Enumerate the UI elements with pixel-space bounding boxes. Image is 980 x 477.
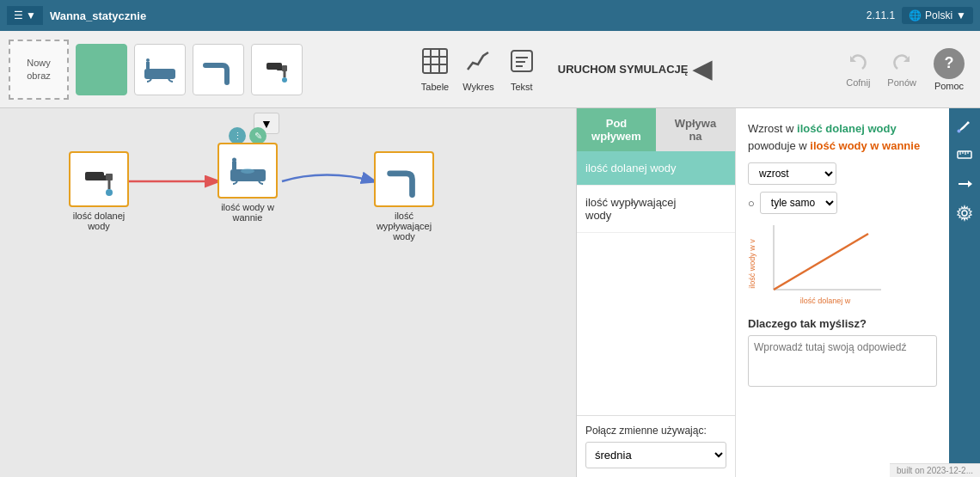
svg-rect-1 bbox=[146, 62, 150, 69]
detail-prefix: Wzrost w bbox=[748, 122, 797, 135]
faucet-toolbar-icon bbox=[260, 52, 294, 87]
faucet-node[interactable]: ilość dolanej wody bbox=[64, 151, 133, 231]
detail-mid: powoduje w bbox=[748, 139, 810, 152]
app-title: Wanna_statycznie bbox=[50, 9, 146, 22]
arrow-icon bbox=[956, 175, 973, 193]
bathtub-toolbar-button[interactable] bbox=[134, 44, 186, 95]
sidebar-brush-button[interactable] bbox=[951, 112, 978, 139]
bathtub-node-icon bbox=[229, 151, 267, 190]
tabele-label: Tabele bbox=[421, 82, 449, 92]
svg-rect-25 bbox=[232, 162, 236, 169]
teal-block-button[interactable] bbox=[76, 44, 127, 95]
drain-node-box bbox=[374, 151, 434, 207]
header-left: ☰ ▼ Wanna_statycznie bbox=[7, 6, 146, 25]
tabele-tool[interactable]: Tabele bbox=[421, 47, 449, 92]
header: ☰ ▼ Wanna_statycznie 2.11.1 🌐 Polski ▼ bbox=[0, 0, 980, 31]
drain-node[interactable]: ilość wypływającej wody bbox=[370, 151, 438, 242]
svg-point-6 bbox=[282, 77, 287, 83]
faucet-node-box bbox=[69, 151, 129, 207]
svg-text:ilość dolanej w: ilość dolanej w bbox=[800, 297, 851, 305]
svg-point-26 bbox=[232, 158, 236, 162]
help-icon: ? bbox=[934, 48, 965, 79]
new-image-label: Nowyobraz bbox=[27, 57, 51, 82]
redo-icon bbox=[890, 52, 914, 76]
footer: built on 2023-12-2... bbox=[890, 463, 980, 477]
var-item-ilosc-wyplywajace-label: ilość wypływającejwody bbox=[585, 196, 676, 222]
faucet-node-icon bbox=[80, 160, 119, 199]
connect-section: Połącz zmienne używając: średnia suma ró… bbox=[577, 415, 735, 477]
svg-point-22 bbox=[106, 189, 113, 196]
bathtub-node[interactable]: ⋮ ✎ ilość wody w wannie bbox=[213, 143, 282, 223]
run-simulation-label: URUCHOM SYMULACJĘ bbox=[558, 63, 689, 76]
why-label: Dlaczego tak myślisz? bbox=[748, 317, 937, 330]
right-sidebar bbox=[949, 108, 980, 477]
sidebar-arrow-button[interactable] bbox=[951, 170, 978, 198]
details-panel: Wzrost w ilość dolanej wody powoduje w i… bbox=[736, 108, 949, 477]
faucet-toolbar-button[interactable] bbox=[251, 44, 303, 95]
redo-button[interactable]: Ponów bbox=[880, 48, 923, 91]
sidebar-settings-button[interactable] bbox=[951, 199, 978, 227]
toolbar: Nowyobraz bbox=[0, 31, 980, 108]
globe-icon: 🌐 bbox=[909, 9, 922, 21]
mini-chart: ilość wody w v ilość dolanej w bbox=[748, 221, 885, 307]
right-panel: Podwpływem Wpływana ilość dolanej wody i… bbox=[576, 108, 980, 477]
connect-label: Połącz zmienne używając: bbox=[585, 425, 726, 437]
build-date: built on 2023-12-2... bbox=[897, 466, 973, 475]
tyle-samo-row: ○ tyle samo więcej mniej bbox=[748, 192, 937, 214]
var-item-ilosc-wyplywajace[interactable]: ilość wypływającejwody bbox=[577, 186, 735, 233]
pipe-toolbar-icon bbox=[201, 52, 236, 87]
var-item-ilosc-dolanej[interactable]: ilość dolanej wody bbox=[577, 151, 735, 186]
language-button[interactable]: 🌐 Polski ▼ bbox=[902, 7, 973, 24]
tab-pod-wplywem[interactable]: Podwpływem bbox=[577, 108, 656, 151]
drain-node-icon bbox=[385, 160, 424, 199]
undo-button[interactable]: Cofnij bbox=[839, 48, 877, 91]
tekst-tool[interactable]: Tekst bbox=[508, 47, 536, 92]
run-arrow-icon: ◀ bbox=[693, 55, 712, 83]
pipe-toolbar-button[interactable] bbox=[193, 44, 244, 95]
svg-line-30 bbox=[774, 234, 868, 290]
bullet-icon: ○ bbox=[748, 197, 755, 210]
detail-var1: ilość dolanej wody bbox=[797, 122, 897, 135]
why-textarea[interactable] bbox=[748, 335, 937, 387]
undo-label: Cofnij bbox=[846, 77, 870, 88]
toolbar-right: Cofnij Ponów ? Pomoc bbox=[839, 45, 971, 95]
svg-rect-0 bbox=[144, 69, 175, 79]
language-label: Polski bbox=[925, 9, 952, 21]
node-dots-button[interactable]: ⋮ bbox=[229, 127, 246, 144]
menu-icon: ☰ bbox=[14, 9, 23, 21]
run-simulation-button[interactable]: URUCHOM SYMULACJĘ ◀ bbox=[549, 50, 721, 89]
connect-select[interactable]: średnia suma różnica bbox=[585, 442, 726, 468]
new-image-button[interactable]: Nowyobraz bbox=[9, 40, 69, 100]
chart-svg: ilość wody w v ilość dolanej w bbox=[748, 221, 885, 307]
node-actions: ⋮ ✎ bbox=[229, 127, 266, 144]
sidebar-ruler-button[interactable] bbox=[951, 141, 978, 168]
wykres-icon bbox=[464, 47, 492, 80]
svg-rect-8 bbox=[423, 49, 447, 73]
svg-point-27 bbox=[241, 168, 254, 174]
wykres-label: Wykres bbox=[462, 82, 494, 92]
svg-rect-21 bbox=[106, 174, 113, 180]
node-edit-button[interactable]: ✎ bbox=[249, 127, 266, 144]
tab-wplywa-na[interactable]: Wpływana bbox=[656, 108, 735, 151]
header-right: 2.11.1 🌐 Polski ▼ bbox=[867, 7, 973, 24]
tyle-samo-select[interactable]: tyle samo więcej mniej bbox=[760, 192, 837, 214]
toolbar-center: Tabele Wykres Tekst bbox=[309, 47, 832, 92]
tekst-icon bbox=[508, 47, 536, 80]
brush-icon bbox=[956, 117, 973, 134]
canvas-area[interactable]: ▼ bbox=[0, 108, 576, 477]
svg-point-41 bbox=[962, 211, 967, 216]
svg-text:ilość wody w v: ilość wody w v bbox=[748, 239, 756, 289]
menu-button[interactable]: ☰ ▼ bbox=[7, 6, 43, 25]
wzrost-select[interactable]: wzrost spadek brak zmiany bbox=[748, 162, 836, 185]
lang-dropdown-icon: ▼ bbox=[956, 9, 966, 21]
undo-icon bbox=[846, 52, 870, 76]
help-button[interactable]: ? Pomoc bbox=[927, 45, 971, 95]
bathtub-toolbar-icon bbox=[143, 52, 177, 87]
version-label: 2.11.1 bbox=[867, 9, 895, 21]
wykres-tool[interactable]: Wykres bbox=[462, 47, 494, 92]
menu-arrow: ▼ bbox=[26, 9, 36, 21]
redo-label: Ponów bbox=[887, 77, 916, 88]
tab-pod-wplywem-label: Podwpływem bbox=[591, 117, 641, 143]
panel-tabs: Podwpływem Wpływana bbox=[577, 108, 735, 151]
drain-node-label: ilość wypływającej wody bbox=[370, 211, 438, 242]
